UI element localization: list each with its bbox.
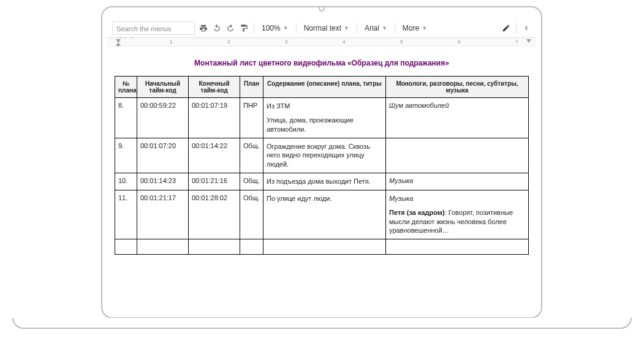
- sound-note: Музыка: [389, 177, 413, 184]
- cell-plan: ПНР: [240, 98, 263, 138]
- camera-icon: [319, 6, 325, 12]
- desc-line: Из ЗТМ: [267, 102, 382, 111]
- separator: [395, 23, 395, 34]
- table-row[interactable]: 9. 00:01:07:20 00:01:14:22 Общ. Огражден…: [115, 138, 529, 173]
- print-icon[interactable]: [199, 23, 208, 33]
- cell-n: [115, 239, 137, 255]
- cell-plan: Общ.: [240, 138, 263, 173]
- ruler-mark: 4: [343, 39, 345, 45]
- cell-mono: Музыка Петя (за кадром): Говорят, позити…: [386, 190, 529, 239]
- desc-line: По улице идут люди.: [267, 194, 382, 203]
- more-label: More: [403, 24, 419, 32]
- more-dropdown[interactable]: More▼: [400, 24, 430, 32]
- cell-n: 10.: [115, 173, 137, 190]
- header-tc-start: Начальный тайм-код: [137, 77, 189, 98]
- editing-mode-icon[interactable]: [501, 23, 511, 33]
- cell-desc: Из подъезда дома выходит Петя.: [263, 173, 386, 190]
- shot-list-table: № плана Начальный тайм-код Конечный тайм…: [115, 76, 529, 255]
- cell-mono: [386, 239, 529, 255]
- desc-line: Ограждение вокруг дома. Сквозь него видн…: [267, 142, 382, 170]
- header-plan: План: [240, 77, 263, 98]
- separator: [254, 23, 254, 34]
- cell-tc-end: 00:01:28:02: [189, 190, 240, 239]
- cell-tc-start: 00:01:21:17: [137, 190, 189, 239]
- separator: [357, 23, 357, 34]
- screen: Search the menus (Alt+/) 100%▼ Normal te…: [107, 18, 536, 312]
- redo-icon[interactable]: [225, 23, 235, 33]
- cell-desc: Из ЗТМ Улица, дома, проезжающие автомоби…: [263, 98, 386, 138]
- toolbar: Search the menus (Alt+/) 100%▼ Normal te…: [107, 18, 536, 38]
- cell-plan: Общ.: [240, 190, 263, 239]
- table-row[interactable]: 10. 00:01:14:23 00:01:21:16 Общ. Из подъ…: [115, 173, 529, 190]
- undo-icon[interactable]: [212, 23, 222, 33]
- cell-n: 11.: [115, 190, 137, 239]
- table-row[interactable]: [115, 239, 529, 255]
- header-desc: Содержание (описание) плана, титры: [263, 77, 386, 98]
- speaker-name: Петя (за кадром): [389, 209, 445, 216]
- document-area[interactable]: Монтажный лист цветного видеофильма «Обр…: [107, 47, 536, 312]
- desc-line: Из подъезда дома выходит Петя.: [267, 177, 382, 186]
- ruler[interactable]: 1 2 3 4 5 6 7: [107, 38, 536, 47]
- style-dropdown[interactable]: Normal text▼: [301, 24, 352, 32]
- ruler-mark: 1: [170, 39, 172, 45]
- sound-note: Музыка: [389, 195, 413, 202]
- cell-plan: Общ.: [240, 173, 263, 190]
- separator: [296, 23, 297, 34]
- search-input[interactable]: Search the menus (Alt+/): [112, 21, 195, 35]
- paint-format-icon[interactable]: [239, 23, 249, 33]
- header-n: № плана: [115, 77, 137, 98]
- zoom-value: 100%: [262, 24, 281, 32]
- cell-desc: [263, 239, 386, 255]
- cell-mono: Музыка: [386, 173, 529, 190]
- cell-mono: Шум автомобилей: [386, 98, 529, 138]
- header-mono: Монологи, разговоры, песни, субтитры, му…: [386, 77, 529, 98]
- font-value: Arial: [365, 24, 379, 32]
- sound-note: Шум автомобилей: [389, 102, 449, 109]
- cell-tc-end: [189, 239, 240, 255]
- cell-desc: Ограждение вокруг дома. Сквозь него видн…: [263, 138, 386, 173]
- chevron-down-icon: ▼: [422, 25, 427, 31]
- font-dropdown[interactable]: Arial▼: [362, 24, 390, 32]
- ruler-mark: 3: [285, 39, 287, 45]
- chevron-down-icon: ▼: [344, 25, 349, 31]
- ruler-mark: 7: [515, 39, 518, 45]
- cell-desc: По улице идут люди.: [263, 190, 386, 239]
- indent-marker-icon[interactable]: [116, 42, 121, 46]
- laptop-frame: Search the menus (Alt+/) 100%▼ Normal te…: [101, 6, 542, 318]
- table-row[interactable]: 8. 00:00:59:22 00:01:07:19 ПНР Из ЗТМ Ул…: [115, 98, 529, 138]
- zoom-dropdown[interactable]: 100%▼: [259, 24, 291, 32]
- cell-n: 8.: [115, 98, 137, 138]
- cell-n: 9.: [115, 138, 137, 173]
- cell-tc-start: 00:01:14:23: [137, 173, 189, 190]
- separator: [516, 23, 517, 34]
- header-tc-end: Конечный тайм-код: [189, 77, 240, 98]
- cell-tc-end: 00:01:07:19: [189, 98, 240, 138]
- ruler-mark: 5: [400, 39, 403, 45]
- right-indent-marker-icon[interactable]: [526, 39, 531, 43]
- cell-tc-start: 00:01:07:20: [137, 138, 189, 173]
- dialogue-line: Петя (за кадром): Говорят, позитивные мы…: [389, 208, 525, 236]
- chevron-down-icon: ▼: [283, 25, 289, 31]
- chevron-down-icon: ▼: [382, 25, 387, 31]
- cell-mono: [386, 138, 529, 173]
- ruler-mark: 2: [227, 39, 230, 45]
- page-title: Монтажный лист цветного видеофильма «Обр…: [115, 59, 529, 67]
- table-header: № плана Начальный тайм-код Конечный тайм…: [115, 77, 529, 98]
- cell-tc-end: 00:01:21:16: [189, 173, 240, 190]
- expand-icon[interactable]: [521, 23, 531, 33]
- cell-tc-start: [137, 239, 189, 255]
- cell-tc-end: 00:01:14:22: [189, 138, 240, 173]
- style-value: Normal text: [304, 24, 341, 32]
- ruler-mark: 6: [458, 39, 460, 45]
- table-row[interactable]: 11. 00:01:21:17 00:01:28:02 Общ. По улиц…: [115, 190, 529, 239]
- cell-tc-start: 00:00:59:22: [137, 98, 189, 138]
- cell-plan: [240, 239, 263, 255]
- laptop-base: [12, 318, 632, 329]
- desc-line: Улица, дома, проезжающие автомобили.: [267, 116, 382, 134]
